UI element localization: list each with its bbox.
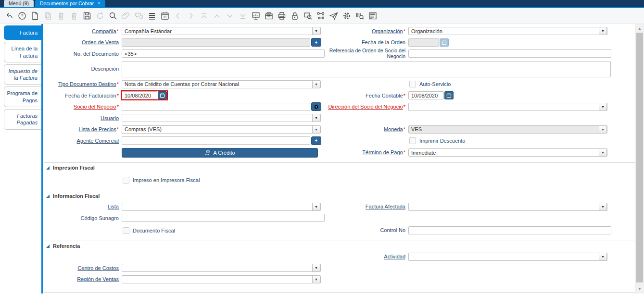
invoice-date-calendar-button[interactable] [158, 91, 167, 99]
calendar-icon[interactable]: 31 [158, 10, 171, 22]
section-fiscal-info-header[interactable]: Informacion Fiscal [44, 191, 635, 201]
report-icon[interactable] [249, 10, 262, 22]
credit-button[interactable]: A Crédito [122, 148, 318, 158]
price-list-label[interactable]: Lista de Precios [78, 126, 119, 132]
sales-order-label[interactable]: Orden de Venta [82, 39, 119, 45]
business-partner-input[interactable] [122, 103, 310, 111]
chevron-down-icon[interactable]: ▼ [312, 114, 320, 122]
undo-icon[interactable] [2, 10, 15, 22]
account-date-calendar-button[interactable] [444, 91, 454, 99]
sunagro-code-input[interactable] [122, 214, 325, 222]
payment-term-combo[interactable]: Immediate ▼ [408, 148, 607, 157]
control-no-input[interactable] [408, 226, 611, 234]
target-doc-type-label[interactable]: Tipo Documento Destino [58, 81, 119, 87]
sidebar-tab-l-nea-de-la-factura[interactable]: Línea de la Factura [4, 42, 41, 62]
sales-rep-input[interactable] [122, 136, 310, 145]
scroll-up-icon[interactable]: ▲ [635, 25, 644, 32]
section-reference-header[interactable]: Referencia [44, 241, 635, 251]
previous-record-icon[interactable] [171, 10, 184, 22]
next-record-icon[interactable] [184, 10, 197, 22]
description-textarea[interactable] [122, 61, 611, 77]
down-record-icon[interactable] [223, 10, 236, 22]
self-service-checkbox[interactable] [409, 81, 416, 87]
sales-rep-label[interactable]: Agente Comercial [77, 138, 119, 144]
section-fiscal-print-header[interactable]: Impresión Fiscal [44, 163, 635, 173]
cost-center-label[interactable]: Centro de Costos [77, 265, 119, 271]
bp-order-ref-input[interactable] [408, 49, 611, 58]
sales-region-label[interactable]: Región de Ventas [77, 276, 119, 282]
section-status-header[interactable]: Estado [44, 293, 635, 294]
payment-term-label[interactable]: Término de Pago [362, 149, 405, 155]
print-icon[interactable] [275, 10, 288, 22]
attachment-icon[interactable] [119, 10, 132, 22]
print-discount-checkbox[interactable] [409, 137, 416, 144]
partner-location-combo[interactable]: ▼ [408, 103, 607, 111]
company-label[interactable]: Compañía [92, 28, 119, 34]
partner-location-label[interactable]: Dirección del Socio del Negocio [328, 104, 405, 110]
preferences-icon[interactable] [340, 10, 353, 22]
fiscal-list-label[interactable]: Lista [108, 204, 119, 209]
send-icon[interactable] [327, 10, 340, 22]
user-combo[interactable]: ▼ [122, 114, 321, 122]
sidebar-tab-factura[interactable]: Factura [4, 25, 41, 40]
first-record-icon[interactable] [197, 10, 210, 22]
invoice-date-input[interactable]: 10/08/2020 [122, 91, 157, 99]
lock-icon[interactable] [288, 10, 301, 22]
sales-region-combo[interactable]: ▼ [122, 275, 321, 283]
new-record-icon[interactable] [28, 10, 41, 22]
report-window-icon[interactable] [366, 10, 379, 22]
help-icon[interactable]: ? [15, 10, 28, 22]
chevron-down-icon[interactable]: ▼ [312, 275, 320, 283]
chevron-down-icon[interactable]: ▼ [599, 103, 607, 111]
last-record-icon[interactable] [236, 10, 249, 22]
save-icon[interactable] [80, 10, 93, 22]
zoom-across-icon[interactable] [301, 10, 314, 22]
tab-menu[interactable]: Menú (9) [4, 0, 34, 7]
chevron-down-icon[interactable]: ▼ [599, 148, 607, 157]
company-combo[interactable]: Compañía Estándar ▼ [122, 27, 321, 35]
up-record-icon[interactable] [210, 10, 223, 22]
workflow-icon[interactable] [314, 10, 327, 22]
activity-combo[interactable]: ▼ [408, 253, 607, 261]
currency-label[interactable]: Moneda [384, 126, 405, 132]
target-doc-type-combo[interactable]: Nota de Crédito de Cuentas por Cobrar Na… [122, 80, 321, 88]
vertical-scrollbar[interactable]: ▲ ▼ [635, 24, 644, 294]
organization-label[interactable]: Organización [372, 28, 405, 34]
scrollbar-thumb[interactable] [636, 33, 643, 282]
sidebar-tab-impuesto-de-la-factura[interactable]: Impuesto de la Factura [4, 64, 41, 85]
find-icon[interactable] [106, 10, 119, 22]
fiscal-document-checkbox[interactable] [123, 227, 129, 234]
scroll-down-icon[interactable]: ▼ [635, 285, 644, 293]
delete-selection-icon[interactable] [67, 10, 80, 22]
printed-fiscal-checkbox[interactable] [123, 177, 129, 184]
user-label[interactable]: Usuario [101, 115, 119, 121]
activity-label[interactable]: Actividad [384, 254, 405, 259]
archive-icon[interactable] [262, 10, 275, 22]
affected-invoice-label[interactable]: Factura Afectada [366, 204, 405, 209]
affected-invoice-combo[interactable]: ▼ [408, 203, 607, 211]
sidebar-tab-programa-de-pagos[interactable]: Programa de Pagos [4, 86, 41, 107]
account-date-field[interactable]: 10/08/2020 [408, 91, 454, 99]
close-icon[interactable]: × [98, 1, 101, 6]
account-date-input[interactable]: 10/08/2020 [408, 91, 444, 99]
chevron-down-icon[interactable]: ▼ [312, 125, 320, 134]
price-list-combo[interactable]: Compras (VES) ▼ [122, 125, 321, 134]
chevron-down-icon[interactable]: ▼ [599, 27, 607, 35]
tab-documentos-por-cobrar[interactable]: Documentos por Cobrar × [35, 0, 105, 7]
chevron-down-icon[interactable]: ▼ [599, 203, 607, 211]
organization-combo[interactable]: Organización ▼ [408, 27, 607, 35]
copy-record-icon[interactable] [41, 10, 54, 22]
invoice-date-field-selected[interactable]: 10/08/2020 [122, 91, 167, 99]
fiscal-list-combo[interactable]: ▼ [122, 203, 321, 211]
refresh-icon[interactable] [93, 10, 106, 22]
sales-order-search-button[interactable] [311, 38, 321, 47]
grid-toggle-icon[interactable] [145, 10, 158, 22]
chat-icon[interactable] [132, 10, 145, 22]
delete-record-icon[interactable] [54, 10, 67, 22]
sidebar-tab-facturas-pagadas[interactable]: Facturas Pagadas [4, 109, 41, 130]
business-partner-label[interactable]: Socio del Negocio [74, 104, 119, 110]
chevron-down-icon[interactable]: ▼ [312, 264, 320, 272]
chevron-down-icon[interactable]: ▼ [312, 80, 320, 88]
chevron-down-icon[interactable]: ▼ [599, 253, 607, 261]
order-date-calendar-button[interactable] [440, 38, 449, 47]
